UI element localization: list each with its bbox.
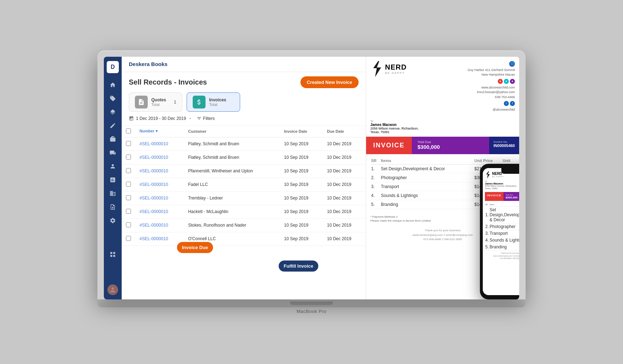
laptop-base: [97, 299, 526, 307]
quotes-sublabel: Total: [151, 102, 166, 107]
row-customer: Fadel LLC: [184, 178, 280, 191]
phone-total-label: Total Due: [506, 194, 517, 196]
row-customer: Flatley, Schmidt and Bruen: [184, 137, 280, 151]
tab-quotes[interactable]: Quotes Total 1: [129, 92, 182, 112]
tab-invoices[interactable]: Invoices Total: [187, 92, 240, 112]
company-website: www.alcovearchitd.com: [467, 85, 515, 90]
row-checkbox-cell: [122, 205, 135, 218]
social-icon-3: ●: [510, 79, 515, 84]
invoice-due-badge[interactable]: Invoice Due: [177, 242, 213, 253]
globe-icon-row: 🌐: [467, 61, 515, 67]
row-checkbox-7[interactable]: [126, 236, 131, 241]
row-checkbox-5[interactable]: [126, 209, 131, 214]
svg-marker-1: [486, 171, 490, 178]
invoice-table: Number ▾ Customer Invoice Date Due Date: [122, 126, 366, 246]
row-checkbox-cell: [122, 164, 135, 178]
client-name: James Macwon: [370, 123, 515, 127]
phone-notch: [501, 168, 519, 174]
sidebar-icon-person[interactable]: [107, 160, 119, 172]
ph-items: Items: [489, 203, 519, 207]
row-invoice-date: 10 Sep 2019: [280, 178, 323, 191]
table-row[interactable]: #SEL-0000010 Flatley, Schmidt and Bruen …: [122, 151, 366, 164]
row-number: #SEL-0000010: [135, 178, 184, 191]
sidebar-icon-building[interactable]: [107, 187, 119, 199]
sidebar-icon-home[interactable]: [107, 79, 119, 91]
row-checkbox-4[interactable]: [126, 195, 131, 200]
filter-button[interactable]: Filters: [197, 116, 215, 121]
phone-tagline: BE HAPPY: [492, 176, 504, 178]
row-customer: Flatley, Schmidt and Bruen: [184, 151, 280, 164]
phone-screen: NERD BE HAPPY To James Macwon 2056 Wilso…: [483, 168, 519, 295]
table-row[interactable]: #SEL-0000010 Tremblay - Ledner 10 Sep 20…: [122, 191, 366, 205]
invoice-header: NERD BE HAPPY 🌐 Guy Harbor 411 Gerhard S…: [366, 57, 519, 117]
row-checkbox-cell: [122, 218, 135, 232]
row-due-date: 10 Dec 2019: [323, 205, 366, 218]
create-invoice-button[interactable]: Created New Invoice: [300, 76, 359, 88]
table-row[interactable]: #SEL-0000010 Pfannerstill, Wintheiser an…: [122, 164, 366, 178]
sidebar-icon-truck[interactable]: [107, 147, 119, 159]
row-due-date: 10 Dec 2019: [323, 178, 366, 191]
sidebar-icon-chart[interactable]: [107, 174, 119, 186]
row-number: #SEL-0000010: [135, 164, 184, 178]
sidebar-icon-gear[interactable]: [107, 214, 119, 227]
item-sr: 5.: [370, 200, 380, 209]
row-checkbox-3[interactable]: [126, 182, 131, 187]
date-filter[interactable]: 1 Dec 2019 - 30 Dec 2019: [129, 116, 192, 121]
phone-total: Total Due $300,000: [503, 192, 519, 201]
quotes-icon: [135, 96, 148, 108]
item-name: Photographer: [380, 173, 474, 182]
row-number: #SEL-0000010: [135, 137, 184, 151]
row-checkbox-6[interactable]: [126, 222, 131, 227]
row-due-date: 10 Dec 2019: [323, 137, 366, 151]
table-row[interactable]: #SEL-0000010 Stokes, Runolfsson and Nade…: [122, 218, 366, 232]
filter-icon: [197, 116, 202, 121]
row-invoice-date: 10 Sep 2019: [280, 191, 323, 205]
table-row[interactable]: #SEL-0000010 O'Connell LLC 10 Sep 2019 1…: [122, 232, 366, 246]
invoices-tab-info: Invoices Total: [209, 97, 226, 107]
select-all-header: [122, 126, 135, 137]
app-title: Deskera Books: [129, 61, 167, 67]
invoice-preview-panel: NERD BE HAPPY 🌐 Guy Harbor 411 Gerhard S…: [366, 57, 519, 299]
row-number: #SEL-0000010: [135, 232, 184, 246]
sidebar-icon-edit[interactable]: [107, 120, 119, 132]
row-due-date: 10 Dec 2019: [323, 232, 366, 246]
row-checkbox-cell: [122, 232, 135, 246]
app-container: D: [104, 57, 519, 299]
globe-icon: 🌐: [509, 61, 515, 67]
row-checkbox-2[interactable]: [126, 168, 131, 173]
sidebar-icon-grid[interactable]: [107, 248, 119, 261]
company-addr2: New Hampshire Macao: [467, 72, 515, 77]
phone-banner: INVOICE Total Due $300,000: [485, 192, 519, 201]
sidebar: D: [104, 57, 122, 299]
row-invoice-date: 10 Sep 2019: [280, 137, 323, 151]
tabs-row: Quotes Total 1 Invoices Total: [122, 88, 366, 112]
sidebar-icon-layers[interactable]: [107, 106, 119, 118]
filter-label: Filters: [203, 116, 215, 121]
invoice-label: INVOICE: [366, 137, 412, 154]
quotes-count: 1: [174, 100, 176, 105]
sidebar-logo: D: [107, 61, 119, 73]
ph-thank-you: Thank you for your business: [485, 252, 519, 255]
ph-row-3: 3.Transport$14,...: [485, 230, 519, 237]
select-all-checkbox[interactable]: [126, 128, 131, 133]
fulfill-invoice-badge[interactable]: Fulfill Invoice: [279, 261, 318, 272]
phone-total-value: $300,000: [506, 196, 517, 199]
col-number[interactable]: Number ▾: [135, 126, 184, 137]
sidebar-icon-briefcase[interactable]: [107, 133, 119, 145]
page-header: Sell Records - Invoices Created New Invo…: [122, 72, 366, 88]
table-row[interactable]: #SEL-0000010 Flatley, Schmidt and Bruen …: [122, 137, 366, 151]
table-row[interactable]: #SEL-0000010 Fadel LLC 10 Sep 2019 10 De…: [122, 178, 366, 191]
client-addr: 2056 Wilson Avenue, Richardson,: [370, 127, 515, 130]
page-title: Sell Records - Invoices: [129, 78, 207, 86]
sidebar-icon-document[interactable]: [107, 201, 119, 213]
table-row[interactable]: #SEL-0000010 Hackett - McLaughlin 10 Sep…: [122, 205, 366, 218]
laptop-notch: [290, 302, 333, 305]
col-customer: Customer: [184, 126, 280, 137]
user-avatar[interactable]: [107, 284, 118, 295]
row-invoice-date: 10 Sep 2019: [280, 205, 323, 218]
row-checkbox-1[interactable]: [126, 155, 131, 160]
row-checkbox-0[interactable]: [126, 141, 131, 146]
row-customer: Stokes, Runolfsson and Nader: [184, 218, 280, 232]
ph-sr: SR: [485, 203, 489, 207]
sidebar-icon-tag[interactable]: [107, 92, 119, 105]
